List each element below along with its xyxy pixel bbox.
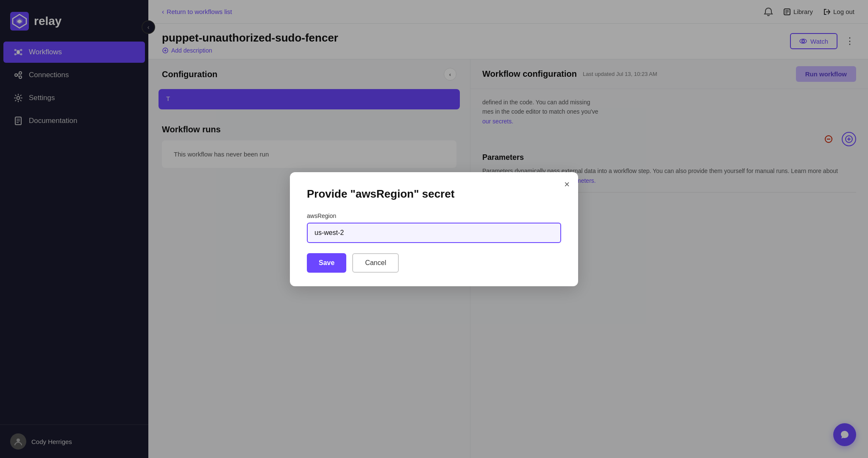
modal-overlay: × Provide "awsRegion" secret awsRegion S… xyxy=(0,0,868,458)
awsregion-label: awsRegion xyxy=(307,212,561,219)
awsregion-input[interactable] xyxy=(307,223,561,243)
provide-secret-modal: × Provide "awsRegion" secret awsRegion S… xyxy=(290,172,578,286)
modal-close-button[interactable]: × xyxy=(564,179,570,190)
modal-title: Provide "awsRegion" secret xyxy=(307,187,561,201)
modal-cancel-button[interactable]: Cancel xyxy=(352,253,399,273)
modal-actions: Save Cancel xyxy=(307,253,561,273)
modal-save-button[interactable]: Save xyxy=(307,253,346,273)
